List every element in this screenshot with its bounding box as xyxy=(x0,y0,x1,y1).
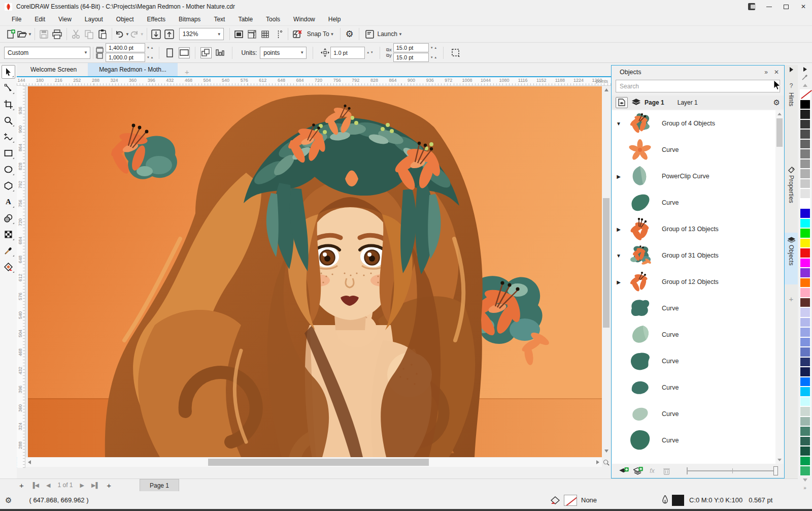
collapse-icon[interactable]: ▼ xyxy=(612,121,625,126)
thumbnail-size-slider-handle[interactable] xyxy=(773,466,778,475)
redo-icon[interactable]: ▼ xyxy=(129,27,144,41)
menu-table[interactable]: Table xyxy=(231,14,259,24)
object-thumbnail-orange-lily-side[interactable] xyxy=(625,218,655,240)
object-thumbnail-teal-blob[interactable] xyxy=(625,297,655,320)
close-button[interactable]: ✕ xyxy=(795,0,812,13)
curve-tool-icon[interactable] xyxy=(2,130,15,144)
shape-tool-icon[interactable] xyxy=(2,81,15,95)
color-swatch[interactable] xyxy=(800,327,810,337)
grid-toggle-icon[interactable] xyxy=(259,27,272,41)
prev-page-icon[interactable]: ◀ xyxy=(46,482,50,489)
shadow-tool-icon[interactable] xyxy=(2,211,15,225)
color-swatch[interactable] xyxy=(800,298,810,308)
page-layer-row[interactable]: Page 1 Layer 1 ⚙ xyxy=(612,95,784,109)
object-row[interactable]: Curve xyxy=(612,137,776,163)
launch-dropdown-icon[interactable]: ▼ xyxy=(398,32,402,37)
color-swatch[interactable] xyxy=(800,337,810,347)
color-swatch[interactable] xyxy=(800,169,810,179)
search-input[interactable]: Search xyxy=(616,80,780,92)
color-swatch[interactable] xyxy=(800,188,810,199)
page-height-field[interactable]: 1,000.0 pt xyxy=(106,53,145,62)
tab-hints[interactable]: Hints xyxy=(785,90,798,106)
duplicate-x-field[interactable]: 15.0 pt xyxy=(393,43,429,52)
print-icon[interactable] xyxy=(51,27,64,41)
polygon-tool-icon[interactable] xyxy=(2,179,15,193)
last-page-icon[interactable]: ▶▌ xyxy=(91,482,99,489)
layer-options-gear-icon[interactable]: ⚙ xyxy=(773,98,780,107)
rectangle-tool-icon[interactable] xyxy=(2,146,15,160)
new-layer-icon[interactable] xyxy=(617,465,631,477)
close-docker-icon[interactable]: ✕ xyxy=(774,69,779,76)
palette-scroll-up-icon[interactable] xyxy=(798,81,812,89)
color-swatch[interactable] xyxy=(800,367,810,377)
portrait-icon[interactable] xyxy=(164,47,176,58)
color-swatch[interactable] xyxy=(800,426,810,436)
thumbnail-size-slider[interactable] xyxy=(687,466,778,476)
palette-scroll-down-icon[interactable] xyxy=(798,476,812,484)
page-width-spinner[interactable]: ▼ ▲ xyxy=(147,46,154,50)
object-row[interactable]: ▶Group of 13 Objects xyxy=(612,216,776,242)
zoom-level-combo[interactable]: 132%▼ xyxy=(179,28,224,40)
next-page-icon[interactable]: ▶ xyxy=(80,482,84,489)
menu-text[interactable]: Text xyxy=(207,14,231,24)
color-swatch[interactable] xyxy=(800,417,810,427)
object-thumbnail-light-green-blob[interactable] xyxy=(625,324,655,346)
tab-document[interactable]: Megan Redmon - Moth... xyxy=(88,63,178,76)
color-swatch[interactable] xyxy=(800,238,810,248)
color-swatch[interactable] xyxy=(800,377,810,387)
color-swatch[interactable] xyxy=(800,347,810,357)
color-swatch[interactable] xyxy=(800,466,810,476)
object-row[interactable]: Curve xyxy=(612,401,776,427)
zoom-dropdown-icon[interactable]: ▼ xyxy=(217,32,221,37)
color-swatch[interactable] xyxy=(800,149,810,159)
menu-view[interactable]: View xyxy=(52,14,78,24)
object-thumbnail-orange-lily-front[interactable] xyxy=(625,271,655,293)
vertical-ruler[interactable]: points 936900864828792756720684648612576… xyxy=(17,86,25,468)
canvas-vertical-scroll-thumb[interactable] xyxy=(603,198,610,328)
color-swatch[interactable] xyxy=(800,179,810,189)
color-swatch[interactable] xyxy=(800,199,810,209)
color-swatch[interactable] xyxy=(800,278,810,288)
color-swatch[interactable] xyxy=(800,446,810,456)
collapse-strip-icon[interactable] xyxy=(785,67,798,72)
menu-window[interactable]: Window xyxy=(287,14,322,24)
color-swatch[interactable] xyxy=(800,307,810,317)
help-icon[interactable]: ? xyxy=(785,82,798,89)
new-tab-button[interactable]: + xyxy=(178,68,196,76)
zoom-magnifier-icon[interactable] xyxy=(602,458,611,467)
menu-help[interactable]: Help xyxy=(322,14,348,24)
palette-expand-icon[interactable]: » xyxy=(798,484,812,492)
object-thumbnail-teal-round[interactable] xyxy=(625,429,655,452)
object-thumbnail-sage-leaf[interactable] xyxy=(625,165,655,187)
expand-icon[interactable]: ▶ xyxy=(612,227,625,232)
first-page-icon[interactable]: ▐◀ xyxy=(31,482,39,489)
effects-icon[interactable]: fx xyxy=(645,465,659,477)
color-swatch[interactable] xyxy=(800,456,810,466)
snap-off-icon[interactable] xyxy=(291,27,304,41)
all-pages-icon[interactable] xyxy=(200,47,212,58)
color-swatch[interactable] xyxy=(800,228,810,238)
color-swatch-none[interactable] xyxy=(800,89,810,100)
current-page-icon[interactable] xyxy=(215,47,226,58)
object-thumbnail-orange-partial[interactable] xyxy=(625,456,655,464)
color-swatch[interactable] xyxy=(800,357,810,367)
object-row[interactable] xyxy=(612,454,776,464)
color-swatch[interactable] xyxy=(800,248,810,258)
minimize-button[interactable] xyxy=(760,0,777,13)
object-thumbnail-pale-sage-blob[interactable] xyxy=(625,403,655,425)
color-swatch[interactable] xyxy=(800,397,810,407)
canvas-vertical-scrollbar[interactable] xyxy=(602,86,611,457)
page-size-preset-select[interactable]: Custom▼ xyxy=(4,47,90,59)
page-width-field[interactable]: 1,400.0 pt xyxy=(106,43,145,52)
expand-docker-icon[interactable]: » xyxy=(764,69,768,76)
nudge-spinner[interactable]: ▲ ▼ xyxy=(366,51,374,54)
eyedropper-tool-icon[interactable] xyxy=(2,244,15,258)
objects-list-scroll-thumb[interactable] xyxy=(776,118,783,147)
collapse-icon[interactable]: ▼ xyxy=(612,253,625,259)
text-tool-icon[interactable]: A xyxy=(2,195,15,209)
page-label[interactable]: Page 1 xyxy=(645,99,664,106)
object-row[interactable]: Curve xyxy=(612,189,776,216)
tab-welcome-screen[interactable]: Welcome Screen xyxy=(19,63,88,76)
paste-icon[interactable] xyxy=(96,27,109,41)
objects-list-scrollbar[interactable] xyxy=(775,110,784,464)
